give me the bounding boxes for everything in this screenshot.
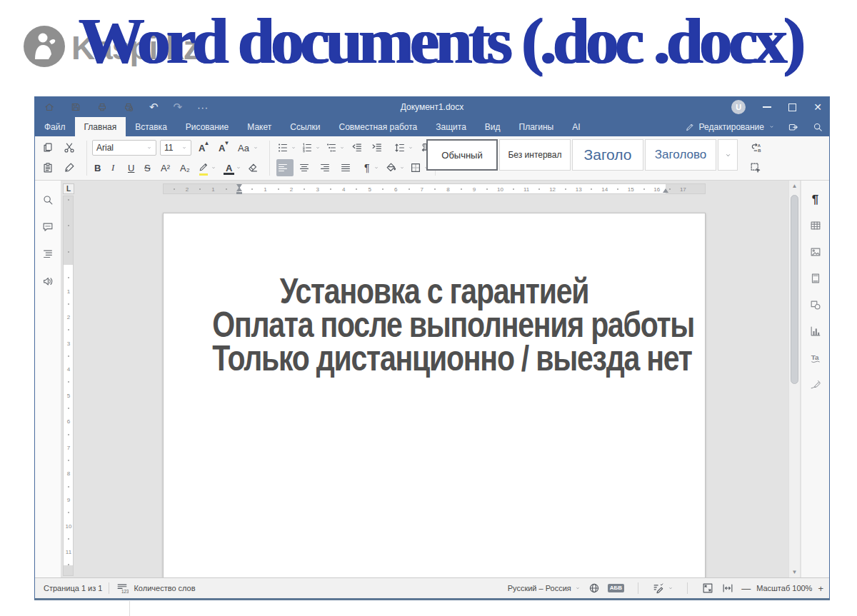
print-icon[interactable] [96,101,108,113]
cut-button[interactable] [63,139,76,156]
shape-settings-icon[interactable] [809,298,822,311]
tab-insert[interactable]: Вставка [126,117,176,136]
fit-page-icon[interactable] [701,582,714,595]
open-file-location-icon[interactable] [788,121,799,133]
minimize-button[interactable] [763,106,771,108]
undo-icon[interactable]: ↶ [149,101,159,113]
font-size-combo[interactable]: 11 [160,139,191,156]
image-settings-icon[interactable] [809,246,822,258]
feedback-icon[interactable] [41,275,54,288]
tab-ai[interactable]: AI [563,117,589,136]
style-no-spacing[interactable]: Без интервал [499,139,571,171]
clear-style-button[interactable] [246,159,259,176]
left-indent-marker[interactable] [236,192,242,194]
highlight-color-button[interactable] [198,159,216,176]
comments-icon[interactable] [41,221,54,233]
shading-button[interactable] [385,159,405,176]
page-number-label[interactable]: Страница 1 из 1 [35,584,102,592]
word-count-icon[interactable] [116,582,129,595]
track-changes-button[interactable] [652,582,673,595]
styles-gallery-expand-button[interactable] [718,139,738,171]
ruler-number: 17 [680,186,686,193]
increment-font-button[interactable]: A▲ [196,139,208,156]
signature-settings-icon[interactable] [809,378,822,390]
save-icon[interactable] [70,101,81,113]
horizontal-ruler[interactable]: 211234567891011121314151617 [163,183,706,194]
find-replace-button[interactable] [749,139,762,156]
fit-width-icon[interactable] [721,582,734,595]
close-button[interactable]: ✕ [813,102,822,112]
navigation-headings-icon[interactable] [41,248,54,261]
more-actions-icon[interactable]: ··· [197,102,209,113]
document-page[interactable]: Установка с гарантией Оплата после выпол… [163,213,706,577]
bold-button[interactable]: B [92,159,103,176]
document-language-icon[interactable] [588,582,601,595]
tab-draw[interactable]: Рисование [176,117,238,136]
paste-button[interactable] [41,159,54,176]
editing-mode-button[interactable]: Редактирование [685,122,775,132]
chart-settings-icon[interactable] [809,325,822,338]
word-count-label[interactable]: Количество слов [129,584,195,592]
underline-button[interactable]: U [126,159,136,176]
decrement-font-button[interactable]: A▼ [216,139,228,156]
justify-button[interactable] [339,159,352,176]
tab-collaboration[interactable]: Совместная работа [329,117,426,136]
superscript-button[interactable]: A² [159,159,172,176]
align-right-button[interactable] [319,159,331,176]
search-icon[interactable] [812,121,823,133]
textart-settings-icon[interactable] [809,351,822,364]
nonprinting-chars-button[interactable]: ¶ [362,159,379,176]
scrollbar-thumb[interactable] [791,195,798,384]
scroll-up-arrow[interactable]: ▲ [789,183,800,189]
table-settings-icon[interactable] [809,219,822,232]
align-left-button[interactable] [276,159,294,176]
zoom-in-button[interactable]: + [818,584,823,593]
background-divider-line [129,601,130,616]
spell-check-toggle[interactable]: АБВ [608,584,624,592]
decrease-indent-button[interactable] [351,139,364,156]
scroll-down-arrow[interactable]: ▼ [789,569,800,575]
status-left: Страница 1 из 1 Количество слов [35,578,196,598]
font-color-button[interactable]: A [224,159,241,176]
tab-file[interactable]: Файл [35,117,75,136]
search-icon[interactable] [41,193,54,206]
tab-home[interactable]: Главная [75,117,126,136]
language-selector[interactable]: Русский – Россия [508,584,581,592]
tab-layout[interactable]: Макет [238,117,281,136]
tab-plugins[interactable]: Плагины [510,117,563,136]
numbering-button[interactable] [301,139,321,156]
header-footer-settings-icon[interactable] [809,272,822,285]
zoom-out-button[interactable]: — [741,584,751,593]
tab-stop-selector[interactable]: L [63,183,74,194]
right-indent-marker[interactable] [663,188,668,193]
copy-button[interactable] [41,139,54,156]
quick-access-toolbar: ↶ ↷ ··· [35,101,209,113]
maximize-button[interactable] [788,103,796,111]
increase-indent-button[interactable] [371,139,384,156]
style-heading1[interactable]: Заголо [572,139,643,171]
change-case-button[interactable]: Aa [236,139,259,156]
home-icon[interactable] [44,101,55,113]
bullets-button[interactable] [276,139,296,156]
tab-view[interactable]: Вид [476,117,510,136]
tab-references[interactable]: Ссылки [281,117,329,136]
multilevel-list-button[interactable] [325,139,345,156]
italic-button[interactable]: I [109,159,116,176]
tab-protection[interactable]: Защита [426,117,476,136]
select-all-button[interactable] [749,159,762,176]
subscript-button[interactable]: A₂ [178,159,192,176]
line-spacing-button[interactable] [394,139,414,156]
vertical-ruler[interactable]: 1234567891011 [63,196,74,576]
style-heading2[interactable]: Заголово [645,139,716,171]
hanging-indent-marker[interactable] [236,187,242,191]
quick-print-icon[interactable] [123,101,134,113]
align-center-button[interactable] [298,159,311,176]
style-normal[interactable]: Обычный [426,139,498,171]
redo-icon[interactable]: ↷ [174,101,183,113]
format-painter-button[interactable] [63,159,76,176]
user-avatar[interactable]: U [731,100,746,114]
vertical-scrollbar[interactable]: ▲ ▼ [788,181,800,577]
strikethrough-button[interactable]: S [142,159,153,176]
font-name-combo[interactable]: Arial [92,139,156,156]
paragraph-settings-icon[interactable]: ¶ [812,193,818,206]
